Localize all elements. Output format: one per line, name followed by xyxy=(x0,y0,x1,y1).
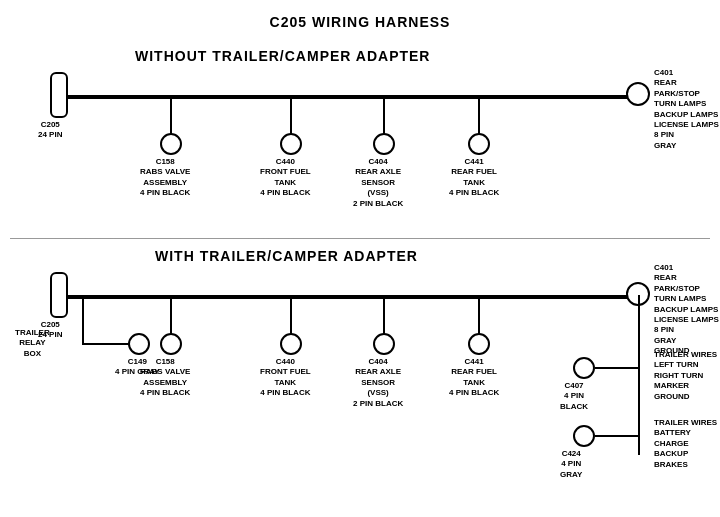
c440-2-vline xyxy=(290,295,292,335)
c440-1-circle xyxy=(280,133,302,155)
c407-circle xyxy=(573,357,595,379)
c158-2-vline xyxy=(170,295,172,335)
c404-1-circle xyxy=(373,133,395,155)
divider xyxy=(10,238,710,239)
c158-1-label: C158RABS VALVEASSEMBLY4 PIN BLACK xyxy=(140,157,190,199)
c441-2-circle xyxy=(468,333,490,355)
c205-1-rect xyxy=(50,72,68,118)
c401-2-label: C401REAR PARK/STOPTURN LAMPSBACKUP LAMPS… xyxy=(654,263,720,357)
c149-vline-horiz xyxy=(82,295,84,345)
c404-2-circle xyxy=(373,333,395,355)
c401-1-circle xyxy=(626,82,650,106)
c158-2-label: C158RABS VALVEASSEMBLY4 PIN BLACK xyxy=(140,357,190,399)
c440-2-label: C440FRONT FUELTANK4 PIN BLACK xyxy=(260,357,311,399)
c441-1-circle xyxy=(468,133,490,155)
c424-circle xyxy=(573,425,595,447)
c424-label: C4244 PINGRAY xyxy=(560,449,582,480)
c424-hline xyxy=(595,435,639,437)
page-title: C205 WIRING HARNESS xyxy=(0,6,720,30)
trailer-wires-1-label: TRAILER WIRESLEFT TURNRIGHT TURNMARKERGR… xyxy=(654,350,717,402)
c205-1-label: C20524 PIN xyxy=(38,120,62,141)
c158-1-vline xyxy=(170,95,172,135)
section2-label: WITH TRAILER/CAMPER ADAPTER xyxy=(155,248,418,264)
c158-1-circle xyxy=(160,133,182,155)
c404-2-label: C404REAR AXLESENSOR(VSS)2 PIN BLACK xyxy=(353,357,403,409)
c407-label: C4074 PINBLACK xyxy=(560,381,588,412)
c401-1-label: C401REAR PARK/STOPTURN LAMPSBACKUP LAMPS… xyxy=(654,68,720,151)
c205-2-rect xyxy=(50,272,68,318)
c441-2-vline xyxy=(478,295,480,335)
c441-1-vline xyxy=(478,95,480,135)
section1-hline xyxy=(60,95,640,99)
c440-1-label: C440FRONT FUELTANK4 PIN BLACK xyxy=(260,157,311,199)
c440-1-vline xyxy=(290,95,292,135)
trailer-wires-2-label: TRAILER WIRESBATTERY CHARGEBACKUPBRAKES xyxy=(654,418,720,470)
section2-hline xyxy=(60,295,640,299)
c441-2-label: C441REAR FUELTANK4 PIN BLACK xyxy=(449,357,499,399)
c407-hline xyxy=(595,367,639,369)
c441-1-label: C441REAR FUELTANK4 PIN BLACK xyxy=(449,157,499,199)
trailer-relay-label: TRAILERRELAYBOX xyxy=(15,328,50,359)
c404-1-label: C404REAR AXLESENSOR(VSS)2 PIN BLACK xyxy=(353,157,403,209)
c440-2-circle xyxy=(280,333,302,355)
c158-2-circle xyxy=(160,333,182,355)
c149-circle xyxy=(128,333,150,355)
c149-hline xyxy=(82,343,132,345)
diagram-container: C205 WIRING HARNESS WITHOUT TRAILER/CAMP… xyxy=(0,0,720,500)
right-branch-vline xyxy=(638,295,640,455)
c404-2-vline xyxy=(383,295,385,335)
c404-1-vline xyxy=(383,95,385,135)
section1-label: WITHOUT TRAILER/CAMPER ADAPTER xyxy=(135,48,430,64)
